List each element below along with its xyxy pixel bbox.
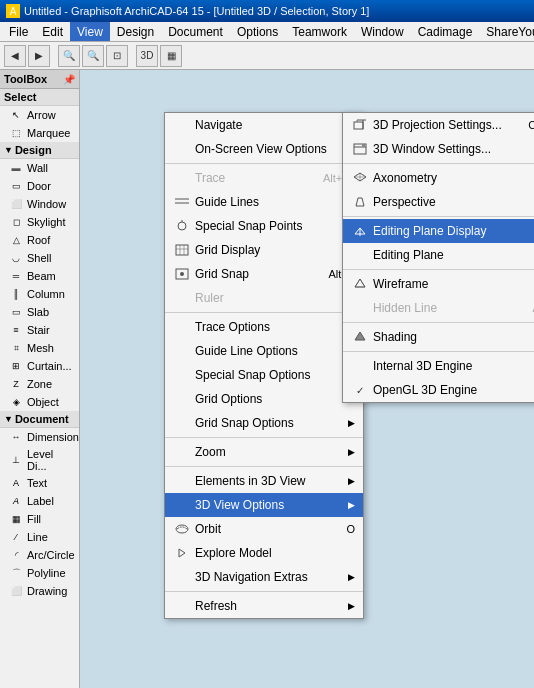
menu-onscreen-view[interactable]: On-Screen View Options ▶ [165, 137, 363, 161]
tool-shell[interactable]: ◡ Shell [0, 249, 79, 267]
svg-rect-12 [354, 122, 363, 129]
tool-zone[interactable]: Z Zone [0, 375, 79, 393]
menu-grid-snap[interactable]: Grid Snap Alt+S [165, 262, 363, 286]
sub-editing-plane-display[interactable]: Editing Plane Display [343, 219, 534, 243]
sep1 [165, 163, 363, 164]
sub-editing-plane[interactable]: Editing Plane ▶ [343, 243, 534, 267]
svg-marker-29 [355, 332, 365, 340]
tool-marquee[interactable]: ⬚ Marquee [0, 124, 79, 142]
toolbox-pin[interactable]: 📌 [63, 74, 75, 85]
menu-shareyourdes[interactable]: ShareYourDes... [479, 22, 534, 41]
tool-curtain[interactable]: ⊞ Curtain... [0, 357, 79, 375]
menu-guide-lines[interactable]: Guide Lines Q [165, 190, 363, 214]
sub-3d-window[interactable]: 3D Window Settings... [343, 137, 534, 161]
toolbar-zoom-out[interactable]: 🔍 [82, 45, 104, 67]
menu-edit[interactable]: Edit [35, 22, 70, 41]
object-icon: ◈ [8, 395, 24, 409]
tool-fill[interactable]: ▦ Fill [0, 510, 79, 528]
menu-grid-snap-options[interactable]: Grid Snap Options ▶ [165, 411, 363, 435]
view-dropdown: Navigate ▶ On-Screen View Options ▶ Trac… [164, 112, 364, 619]
tool-slab[interactable]: ▭ Slab [0, 303, 79, 321]
svg-rect-18 [362, 144, 365, 147]
menu-file[interactable]: File [2, 22, 35, 41]
svg-point-9 [180, 272, 184, 276]
sub-3d-projection[interactable]: 3D Projection Settings... Ctrl+Shift+F3 [343, 113, 534, 137]
tool-beam[interactable]: ═ Beam [0, 267, 79, 285]
svg-line-26 [355, 279, 360, 287]
tool-door[interactable]: ▭ Door [0, 177, 79, 195]
menu-3d-nav-extras[interactable]: 3D Navigation Extras ▶ [165, 565, 363, 589]
tool-arrow[interactable]: ↖ Arrow [0, 106, 79, 124]
menu-options[interactable]: Options [230, 22, 285, 41]
grid-snap-options-icon [173, 415, 191, 431]
menu-teamwork[interactable]: Teamwork [285, 22, 354, 41]
menu-explore-model[interactable]: Explore Model [165, 541, 363, 565]
tool-drawing[interactable]: ⬜ Drawing [0, 582, 79, 600]
menu-view[interactable]: View [70, 22, 110, 41]
sub-wireframe[interactable]: Wireframe [343, 272, 534, 296]
tool-line[interactable]: ∕ Line [0, 528, 79, 546]
hidden-line-icon [351, 300, 369, 316]
grid-options-icon [173, 391, 191, 407]
shading-icon [351, 329, 369, 345]
zone-icon: Z [8, 377, 24, 391]
special-snap-icon [173, 218, 191, 234]
tool-text[interactable]: A Text [0, 474, 79, 492]
sub-opengl[interactable]: ✓ OpenGL 3D Engine [343, 378, 534, 402]
menu-elements-3d[interactable]: Elements in 3D View ▶ [165, 469, 363, 493]
menu-grid-options[interactable]: Grid Options ▶ [165, 387, 363, 411]
sub-perspective[interactable]: Perspective Shift+F3 [343, 190, 534, 214]
marquee-icon: ⬚ [8, 126, 24, 140]
menu-3d-view-options[interactable]: 3D View Options ▶ [165, 493, 363, 517]
label-icon: A [8, 494, 24, 508]
tool-skylight[interactable]: ◻ Skylight [0, 213, 79, 231]
menu-orbit[interactable]: Orbit O [165, 517, 363, 541]
sub-axonometry[interactable]: Axonometry Ctrl+F3 [343, 166, 534, 190]
menu-design[interactable]: Design [110, 22, 161, 41]
snap-options-icon [173, 367, 191, 383]
menu-cadimage[interactable]: Cadimage [411, 22, 480, 41]
menu-document[interactable]: Document [161, 22, 230, 41]
menu-navigate[interactable]: Navigate ▶ [165, 113, 363, 137]
toolbar-plan[interactable]: ▦ [160, 45, 182, 67]
menu-special-snap-options[interactable]: Special Snap Options ▶ [165, 363, 363, 387]
guide-options-icon [173, 343, 191, 359]
menu-window[interactable]: Window [354, 22, 411, 41]
menu-zoom[interactable]: Zoom ▶ [165, 440, 363, 464]
menu-guide-line-options[interactable]: Guide Line Options ▶ [165, 339, 363, 363]
toolbar-back[interactable]: ◀ [4, 45, 26, 67]
tool-object[interactable]: ◈ Object [0, 393, 79, 411]
tool-polyline[interactable]: ⌒ Polyline [0, 564, 79, 582]
menu-trace-options[interactable]: Trace Options ▶ [165, 315, 363, 339]
tool-arc-circle[interactable]: ◜ Arc/Circle [0, 546, 79, 564]
tool-window[interactable]: ⬜ Window [0, 195, 79, 213]
3d-view-options-submenu: 3D Projection Settings... Ctrl+Shift+F3 … [342, 112, 534, 403]
sub-shading[interactable]: Shading [343, 325, 534, 349]
tool-column[interactable]: ║ Column [0, 285, 79, 303]
tool-roof[interactable]: △ Roof [0, 231, 79, 249]
tool-wall[interactable]: ▬ Wall [0, 159, 79, 177]
3d-nav-icon [173, 569, 191, 585]
sep4 [165, 466, 363, 467]
sub-internal-3d[interactable]: Internal 3D Engine [343, 354, 534, 378]
tool-label[interactable]: A Label [0, 492, 79, 510]
toolbar-3d[interactable]: 3D [136, 45, 158, 67]
tool-mesh[interactable]: ⌗ Mesh [0, 339, 79, 357]
toolbar-zoom-fit[interactable]: ⊡ [106, 45, 128, 67]
sub-sep1 [343, 163, 534, 164]
tool-stair[interactable]: ≡ Stair [0, 321, 79, 339]
tool-level-di[interactable]: ⊥ Level Di... [0, 446, 79, 474]
design-section[interactable]: ▼ Design [0, 142, 79, 159]
document-section[interactable]: ▼ Document [0, 411, 79, 428]
menu-grid-display[interactable]: Grid Display [165, 238, 363, 262]
editing-plane-icon [351, 247, 369, 263]
toolbar-forward[interactable]: ▶ [28, 45, 50, 67]
menu-bar: File Edit View Design Document Options T… [0, 22, 534, 42]
text-icon: A [8, 476, 24, 490]
persp-icon [351, 194, 369, 210]
toolbar-zoom-in[interactable]: 🔍 [58, 45, 80, 67]
orbit-icon [173, 521, 191, 537]
tool-dimension[interactable]: ↔ Dimension [0, 428, 79, 446]
menu-refresh[interactable]: Refresh ▶ [165, 594, 363, 618]
menu-special-snap[interactable]: Special Snap Points [165, 214, 363, 238]
